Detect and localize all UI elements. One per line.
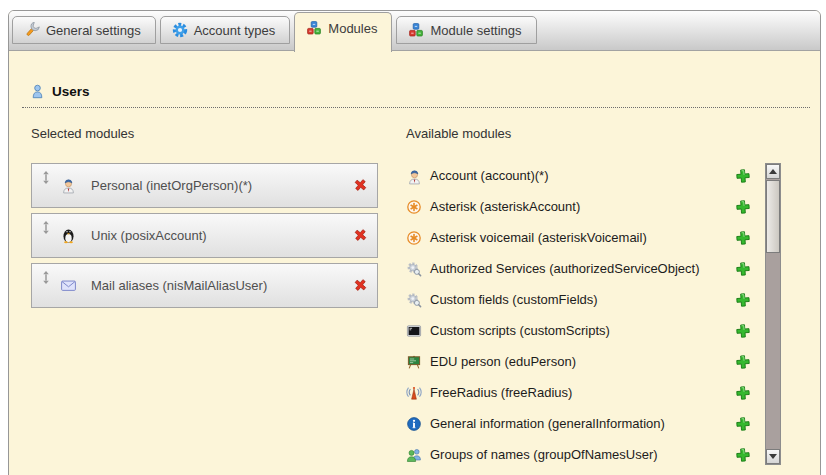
drag-handle-icon[interactable] bbox=[42, 271, 50, 284]
users-section-header: Users bbox=[22, 84, 810, 108]
available-modules-scrollbar[interactable] bbox=[765, 163, 781, 465]
penguin-icon bbox=[60, 227, 77, 244]
selected-module-row[interactable]: Personal (inetOrgPerson)(*) bbox=[31, 163, 378, 208]
available-module-item: EDU person (eduPerson) bbox=[406, 346, 751, 377]
person-icon bbox=[406, 168, 422, 184]
antenna-icon bbox=[406, 385, 422, 401]
green-plus-icon[interactable] bbox=[735, 292, 751, 308]
selected-module-row[interactable]: Mail aliases (nisMailAliasUser) bbox=[31, 263, 378, 308]
tab-label: Account types bbox=[194, 23, 276, 38]
modules-icon bbox=[306, 20, 322, 36]
chalkboard-icon bbox=[406, 354, 422, 370]
module-label: Authorized Services (authorizedServiceOb… bbox=[430, 261, 727, 276]
tab-label: Modules bbox=[328, 21, 377, 36]
drag-handle-icon[interactable] bbox=[42, 171, 50, 184]
asterisk-icon bbox=[406, 199, 422, 215]
selected-modules-heading: Selected modules bbox=[31, 126, 378, 141]
available-module-item: General information (generalInformation) bbox=[406, 408, 751, 439]
green-plus-icon[interactable] bbox=[735, 261, 751, 277]
available-module-item: Custom scripts (customScripts) bbox=[406, 315, 751, 346]
red-x-icon[interactable] bbox=[353, 228, 368, 243]
selected-modules-list: Personal (inetOrgPerson)(*)Unix (posixAc… bbox=[31, 163, 378, 308]
tab-general-settings[interactable]: General settings bbox=[12, 16, 156, 44]
info-icon bbox=[406, 416, 422, 432]
wrench-icon bbox=[24, 22, 40, 38]
module-label: Unix (posixAccount) bbox=[91, 228, 207, 243]
user-icon bbox=[30, 84, 45, 99]
module-label: Mail aliases (nisMailAliasUser) bbox=[91, 278, 267, 293]
module-label: Personal (inetOrgPerson)(*) bbox=[91, 178, 252, 193]
terminal-icon bbox=[406, 323, 422, 339]
selected-module-row[interactable]: Unix (posixAccount) bbox=[31, 213, 378, 258]
envelope-icon bbox=[60, 277, 77, 294]
green-plus-icon[interactable] bbox=[735, 416, 751, 432]
cog-icon bbox=[172, 22, 188, 38]
gear-search-icon bbox=[406, 261, 422, 277]
module-label: Account (account)(*) bbox=[430, 168, 727, 183]
available-modules-column: Available modules Account (account)(*)As… bbox=[406, 126, 751, 470]
module-label: EDU person (eduPerson) bbox=[430, 354, 727, 369]
scroll-thumb[interactable] bbox=[766, 180, 780, 253]
red-x-icon[interactable] bbox=[353, 178, 368, 193]
triangle-down-icon bbox=[769, 454, 777, 459]
available-modules-heading: Available modules bbox=[406, 126, 751, 141]
module-label: Asterisk voicemail (asteriskVoicemail) bbox=[430, 230, 727, 245]
tab-modules[interactable]: Modules bbox=[294, 12, 392, 52]
tab-account-types[interactable]: Account types bbox=[160, 16, 291, 44]
tab-label: Module settings bbox=[430, 23, 521, 38]
green-plus-icon[interactable] bbox=[735, 447, 751, 463]
tab-bar: General settingsAccount typesModulesModu… bbox=[12, 12, 541, 52]
modules-icon bbox=[408, 22, 424, 38]
green-plus-icon[interactable] bbox=[735, 168, 751, 184]
drag-handle-icon[interactable] bbox=[42, 221, 50, 234]
module-label: General information (generalInformation) bbox=[430, 416, 727, 431]
gear-search-icon bbox=[406, 292, 422, 308]
green-plus-icon[interactable] bbox=[735, 199, 751, 215]
available-module-item: Account (account)(*) bbox=[406, 160, 751, 191]
asterisk-icon bbox=[406, 230, 422, 246]
scroll-down-button[interactable] bbox=[766, 449, 780, 464]
group-icon bbox=[406, 447, 422, 463]
module-label: Asterisk (asteriskAccount) bbox=[430, 199, 727, 214]
person-icon bbox=[60, 177, 77, 194]
available-module-item: Groups of names (groupOfNamesUser) bbox=[406, 439, 751, 470]
triangle-up-icon bbox=[769, 169, 777, 174]
green-plus-icon[interactable] bbox=[735, 385, 751, 401]
module-label: FreeRadius (freeRadius) bbox=[430, 385, 727, 400]
available-module-item: FreeRadius (freeRadius) bbox=[406, 377, 751, 408]
available-modules-list: Account (account)(*)Asterisk (asteriskAc… bbox=[406, 160, 751, 470]
available-module-item: Authorized Services (authorizedServiceOb… bbox=[406, 253, 751, 284]
module-label: Custom fields (customFields) bbox=[430, 292, 727, 307]
green-plus-icon[interactable] bbox=[735, 354, 751, 370]
green-plus-icon[interactable] bbox=[735, 230, 751, 246]
available-module-item: Asterisk (asteriskAccount) bbox=[406, 191, 751, 222]
section-title: Users bbox=[52, 84, 90, 99]
tab-label: General settings bbox=[46, 23, 141, 38]
selected-modules-column: Selected modules Personal (inetOrgPerson… bbox=[31, 126, 378, 313]
green-plus-icon[interactable] bbox=[735, 323, 751, 339]
module-label: Custom scripts (customScripts) bbox=[430, 323, 727, 338]
scroll-up-button[interactable] bbox=[766, 164, 780, 179]
available-module-item: Asterisk voicemail (asteriskVoicemail) bbox=[406, 222, 751, 253]
red-x-icon[interactable] bbox=[353, 278, 368, 293]
available-module-item: Custom fields (customFields) bbox=[406, 284, 751, 315]
tab-module-settings[interactable]: Module settings bbox=[396, 16, 536, 44]
module-label: Groups of names (groupOfNamesUser) bbox=[430, 447, 727, 462]
